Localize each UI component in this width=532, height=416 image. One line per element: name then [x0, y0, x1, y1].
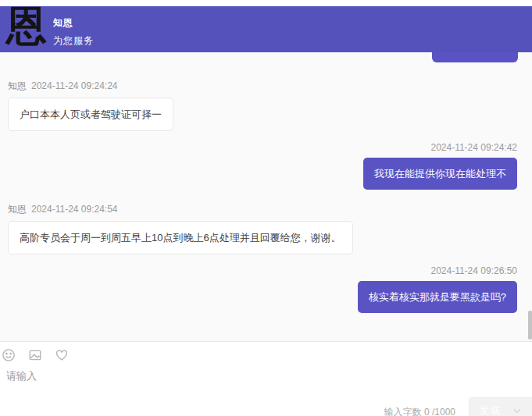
composer-toolbar [2, 348, 69, 362]
emoji-icon[interactable] [2, 348, 16, 362]
send-button[interactable]: 发送 [469, 397, 532, 416]
char-count-limit: /1000 [432, 407, 455, 416]
char-count-label: 输入字数 [384, 407, 422, 416]
message-agent-2: 知恩2024-11-24 09:24:54 高阶专员会于周一到周五早上10点到晚… [8, 203, 353, 254]
sender-name: 知恩 [8, 80, 27, 91]
image-icon[interactable] [28, 348, 42, 362]
message-user-1: 2024-11-24 09:24:42 我现在能提供你现在能处理不 [363, 142, 517, 190]
chat-window: 恩 知恩 为您服务 知恩2024-11-24 09:24:24 户口本本人页或者… [0, 0, 532, 416]
message-bubble: 高阶专员会于周一到周五早上10点到晚上6点处理并且回覆给您，谢谢。 [8, 221, 353, 254]
message-list[interactable]: 知恩2024-11-24 09:24:24 户口本本人页或者驾驶证可择一 202… [0, 52, 532, 341]
message-input[interactable] [6, 368, 319, 383]
brand-name: 知恩 [53, 16, 94, 30]
message-user-2: 2024-11-24 09:26:50 核实着核实那就是要黑款是吗? [358, 265, 517, 313]
composer: 输入字数 0 /1000 发送 [0, 341, 532, 416]
timestamp: 2024-11-24 09:24:54 [31, 204, 118, 215]
heart-icon[interactable] [55, 348, 69, 362]
brand-block: 知恩 为您服务 [53, 16, 94, 48]
message-agent-1: 知恩2024-11-24 09:24:24 户口本本人页或者驾驶证可择一 [8, 80, 173, 131]
scrollbar-thumb[interactable] [528, 311, 532, 340]
partial-message-bubble [432, 52, 518, 62]
message-bubble: 我现在能提供你现在能处理不 [363, 158, 517, 190]
char-count: 输入字数 0 /1000 [384, 406, 455, 416]
message-meta: 2024-11-24 09:26:50 [430, 265, 517, 276]
brand-logo: 恩 [5, 2, 48, 50]
message-bubble: 户口本本人页或者驾驶证可择一 [8, 98, 173, 131]
timestamp: 2024-11-24 09:24:24 [31, 80, 118, 91]
timestamp: 2024-11-24 09:26:50 [430, 265, 517, 276]
send-options-chevron-icon[interactable] [512, 405, 523, 416]
message-meta: 知恩2024-11-24 09:24:54 [8, 203, 118, 216]
message-meta: 2024-11-24 09:24:42 [430, 142, 517, 153]
message-bubble: 核实着核实那就是要黑款是吗? [358, 281, 517, 313]
sender-name: 知恩 [8, 204, 27, 215]
send-button-label: 发送 [479, 404, 502, 416]
timestamp: 2024-11-24 09:24:42 [430, 142, 517, 153]
header-bar: 恩 知恩 为您服务 [0, 6, 532, 52]
brand-tagline: 为您服务 [53, 34, 94, 48]
char-count-value: 0 [424, 407, 430, 416]
message-meta: 知恩2024-11-24 09:24:24 [8, 80, 118, 93]
